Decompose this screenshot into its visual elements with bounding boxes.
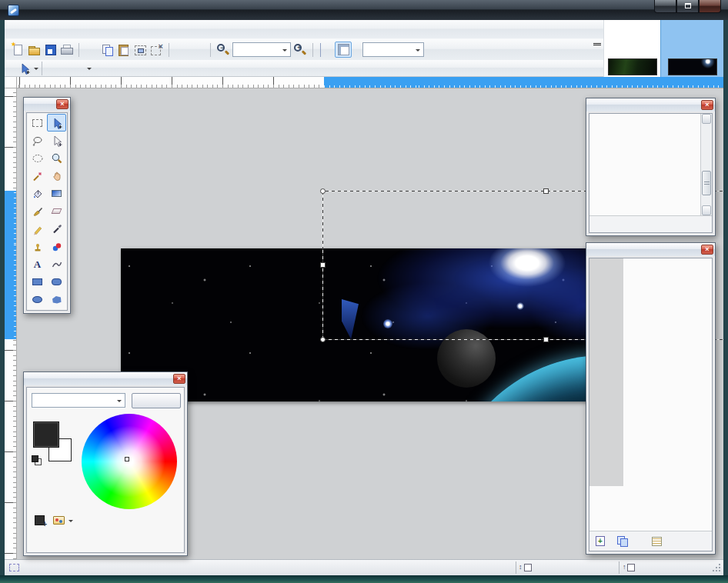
layers-window-titlebar[interactable]: × [586, 243, 715, 256]
tool-rectangle[interactable] [28, 273, 47, 291]
layer-properties-button[interactable] [652, 537, 662, 546]
tool-paintbrush[interactable] [28, 202, 47, 220]
history-close-button[interactable]: × [701, 100, 713, 110]
tool-ellipse-select[interactable] [28, 149, 47, 167]
tool-ellipse[interactable] [28, 291, 47, 308]
deselect-button[interactable] [149, 43, 163, 57]
selection-handle-bottom-middle[interactable] [543, 337, 549, 342]
maximize-button[interactable] [676, 0, 699, 13]
image-tab-2-active[interactable] [660, 20, 723, 77]
redo-button[interactable] [191, 43, 205, 57]
image-size-icon [524, 564, 532, 571]
scroll-up-arrow[interactable] [702, 114, 711, 124]
tool-pencil[interactable] [28, 220, 47, 238]
tools-window-titlebar[interactable]: × [24, 98, 70, 111]
selection-handle-top-left[interactable] [320, 188, 326, 194]
image-thumbnail-2 [668, 58, 717, 75]
scroll-down-arrow[interactable] [702, 205, 711, 215]
tool-freeform-shape[interactable] [47, 291, 66, 308]
tool-line-curve[interactable] [47, 255, 66, 273]
colors-window[interactable]: × [23, 371, 188, 556]
image-size-group [516, 561, 619, 574]
color-wheel-marker[interactable] [125, 457, 129, 461]
reset-colors-icon[interactable] [32, 455, 41, 465]
tool-magic-wand[interactable] [28, 167, 47, 185]
cursor-position-icon [627, 564, 635, 571]
tools-window-body: A [26, 112, 68, 311]
move-pixels-icon [51, 117, 63, 129]
primary-color-swatch[interactable] [33, 421, 59, 448]
more-button[interactable] [132, 393, 181, 408]
selection-handle-left-middle[interactable] [320, 262, 326, 268]
open-button[interactable] [27, 43, 41, 57]
units-combobox[interactable] [362, 42, 424, 57]
crop-to-selection-button[interactable] [133, 43, 147, 57]
history-footer [589, 215, 712, 232]
layers-footer [589, 531, 712, 551]
canvas[interactable] [121, 248, 629, 401]
grid-toggle-button[interactable] [319, 43, 332, 57]
selection-handle-bottom-left[interactable] [320, 337, 326, 342]
zoom-in-button[interactable]: + [293, 43, 307, 57]
zoom-out-button[interactable]: − [216, 43, 230, 57]
selection-handle-top-middle[interactable] [543, 188, 549, 194]
minimize-button[interactable] [654, 0, 676, 13]
title-bar[interactable] [0, 0, 728, 20]
history-window[interactable]: × [586, 98, 716, 236]
colors-window-titlebar[interactable]: × [24, 372, 187, 385]
tools-window[interactable]: × [23, 97, 71, 314]
tool-eraser[interactable] [47, 202, 66, 220]
gradient-icon [52, 190, 62, 197]
tool-recolor[interactable] [47, 238, 66, 255]
ruler-toggle-button[interactable] [335, 42, 352, 58]
new-image-button[interactable] [11, 43, 25, 57]
palette-dropdown-caret[interactable] [68, 520, 73, 525]
clone-stamp-icon [32, 241, 44, 253]
resize-grip[interactable] [711, 562, 722, 573]
image-tab-1[interactable] [603, 20, 660, 77]
add-layer-button[interactable] [596, 536, 605, 546]
tool-clone-stamp[interactable] [28, 238, 47, 255]
cut-button[interactable] [85, 43, 99, 57]
grid-icon [320, 43, 321, 57]
line-curve-icon [51, 258, 63, 271]
current-tool-icon[interactable] [18, 62, 31, 75]
color-mode-combobox[interactable] [32, 393, 125, 408]
tool-rectangle-select[interactable] [28, 114, 47, 132]
toolbar-separator [169, 43, 169, 57]
tool-dropdown-caret[interactable] [34, 68, 38, 72]
tool-lasso-select[interactable] [28, 132, 47, 149]
tools-close-button[interactable]: × [56, 99, 68, 109]
layers-window[interactable]: × [586, 242, 716, 555]
tool-text[interactable]: A [28, 255, 47, 273]
ellipse-select-icon [32, 152, 44, 165]
tool-move-selection[interactable] [47, 132, 66, 149]
tool-zoom[interactable] [47, 149, 66, 167]
colors-close-button[interactable]: × [173, 374, 185, 384]
tool-pan[interactable] [47, 167, 66, 185]
zoom-icon [51, 152, 63, 165]
print-button[interactable] [59, 43, 73, 57]
history-scrollbar[interactable] [700, 114, 712, 215]
tool-paint-bucket[interactable] [28, 185, 47, 202]
duplicate-layer-button[interactable] [617, 536, 627, 546]
add-color-to-palette-button[interactable] [35, 515, 45, 525]
paste-button[interactable] [117, 43, 131, 57]
tool-gradient[interactable] [47, 185, 66, 202]
tool-rounded-rectangle[interactable] [47, 273, 66, 291]
app-icon [8, 5, 19, 16]
undo-button[interactable] [175, 43, 189, 57]
palette-manager-button[interactable] [53, 516, 65, 525]
tool-color-picker[interactable] [47, 220, 66, 238]
color-wheel[interactable] [82, 414, 177, 509]
scrollbar-thumb[interactable] [702, 171, 711, 195]
history-window-titlebar[interactable]: × [586, 98, 715, 112]
layers-close-button[interactable]: × [701, 245, 713, 255]
tool-move-selected-pixels[interactable] [47, 114, 66, 132]
quality-dropdown-caret[interactable] [87, 68, 92, 72]
save-button[interactable] [43, 43, 57, 57]
close-button[interactable] [699, 0, 721, 13]
copy-button[interactable] [101, 43, 115, 57]
toolbar-separator [42, 62, 42, 75]
zoom-level-combobox[interactable] [232, 42, 291, 57]
